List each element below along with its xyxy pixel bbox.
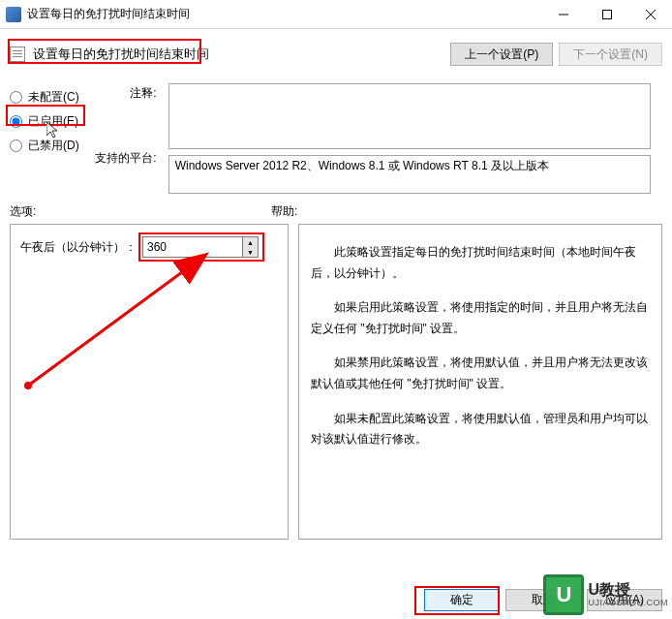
radio-label: 未配置(C) bbox=[28, 89, 79, 106]
help-label: 帮助: bbox=[271, 203, 297, 220]
spinner-up-icon[interactable]: ▲ bbox=[243, 237, 258, 247]
close-button[interactable] bbox=[628, 0, 672, 29]
watermark-url: UJIAOSHOU.COM bbox=[588, 599, 668, 608]
window-controls bbox=[541, 0, 672, 29]
help-paragraph: 此策略设置指定每日的免打扰时间结束时间（本地时间午夜后，以分钟计）。 bbox=[311, 242, 650, 284]
minimize-button[interactable] bbox=[541, 0, 585, 29]
radio-label: 已启用(E) bbox=[28, 113, 78, 130]
radio-not-configured-input[interactable] bbox=[10, 91, 22, 104]
app-icon bbox=[6, 7, 21, 22]
minutes-label: 午夜后（以分钟计）： bbox=[20, 239, 137, 256]
svg-point-5 bbox=[24, 382, 32, 389]
ok-button[interactable]: 确定 bbox=[424, 589, 500, 611]
header-row: 设置每日的免打扰时间结束时间 上一个设置(P) 下一个设置(N) bbox=[0, 29, 672, 76]
maximize-button[interactable] bbox=[585, 0, 628, 29]
comment-label: 注释: bbox=[91, 85, 157, 102]
watermark: U U教授 UJIAOSHOU.COM bbox=[543, 574, 668, 615]
comment-textarea[interactable] bbox=[168, 83, 651, 149]
svg-line-4 bbox=[28, 256, 204, 386]
options-label: 选项: bbox=[10, 203, 271, 220]
minutes-input[interactable] bbox=[142, 236, 243, 258]
previous-setting-button[interactable]: 上一个设置(P) bbox=[450, 43, 553, 66]
options-panel: 午夜后（以分钟计）： ▲ ▼ bbox=[10, 224, 289, 540]
radio-enabled-input[interactable] bbox=[10, 115, 22, 128]
field-labels: 注释: 支持的平台: bbox=[91, 83, 157, 167]
title-bar: 设置每日的免打扰时间结束时间 bbox=[0, 0, 672, 29]
radio-disabled[interactable]: 已禁用(D) bbox=[10, 138, 79, 154]
help-panel: 此策略设置指定每日的免打扰时间结束时间（本地时间午夜后，以分钟计）。 如果启用此… bbox=[298, 224, 662, 540]
radio-enabled[interactable]: 已启用(E) bbox=[10, 113, 79, 130]
watermark-brand: U教授 bbox=[588, 581, 668, 599]
state-radio-group: 未配置(C) 已启用(E) 已禁用(D) bbox=[10, 83, 79, 154]
radio-not-configured[interactable]: 未配置(C) bbox=[10, 89, 79, 106]
help-paragraph: 如果禁用此策略设置，将使用默认值，并且用户将无法更改该默认值或其他任何 "免打扰… bbox=[311, 353, 650, 394]
help-paragraph: 如果启用此策略设置，将使用指定的时间，并且用户将无法自定义任何 "免打扰时间" … bbox=[311, 297, 650, 339]
spinner-down-icon[interactable]: ▼ bbox=[243, 247, 258, 257]
radio-disabled-input[interactable] bbox=[10, 139, 22, 152]
next-setting-button: 下一个设置(N) bbox=[559, 43, 662, 66]
minutes-option-row: 午夜后（以分钟计）： ▲ ▼ bbox=[20, 236, 278, 258]
main-area: 午夜后（以分钟计）： ▲ ▼ 此策略设置指定每日的免打扰时间结束时间（本地时间午… bbox=[0, 224, 672, 549]
window-title: 设置每日的免打扰时间结束时间 bbox=[27, 6, 541, 22]
platform-text: Windows Server 2012 R2、Windows 8.1 或 Win… bbox=[175, 159, 549, 172]
watermark-logo-icon: U bbox=[543, 574, 584, 615]
svg-rect-1 bbox=[602, 10, 611, 18]
supported-platforms-box: Windows Server 2012 R2、Windows 8.1 或 Win… bbox=[168, 155, 651, 194]
config-area: 未配置(C) 已启用(E) 已禁用(D) 注释: 支持的平台: Windows … bbox=[0, 76, 672, 201]
radio-label: 已禁用(D) bbox=[28, 138, 79, 154]
spinner-buttons[interactable]: ▲ ▼ bbox=[243, 236, 259, 258]
policy-icon bbox=[10, 46, 25, 62]
help-paragraph: 如果未配置此策略设置，将使用默认值，管理员和用户均可以对该默认值进行修改。 bbox=[311, 409, 650, 450]
platform-label: 支持的平台: bbox=[91, 150, 157, 167]
policy-title: 设置每日的免打扰时间结束时间 bbox=[33, 46, 209, 63]
section-labels: 选项: 帮助: bbox=[0, 201, 672, 224]
annotation-arrow-icon bbox=[20, 248, 243, 393]
